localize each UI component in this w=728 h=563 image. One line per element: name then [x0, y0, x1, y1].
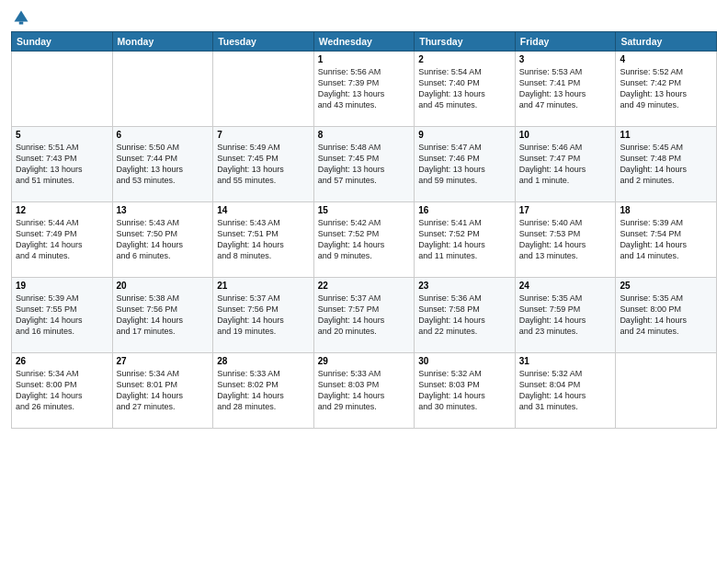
calendar-day-cell: 17Sunrise: 5:40 AM Sunset: 7:53 PM Dayli…: [515, 202, 616, 278]
calendar-day-cell: 10Sunrise: 5:46 AM Sunset: 7:47 PM Dayli…: [515, 127, 616, 202]
day-info: Sunrise: 5:35 AM Sunset: 7:59 PM Dayligh…: [519, 293, 612, 338]
weekday-header-row: SundayMondayTuesdayWednesdayThursdayFrid…: [12, 32, 717, 52]
calendar-day-cell: 8Sunrise: 5:48 AM Sunset: 7:45 PM Daylig…: [313, 127, 415, 202]
day-number: 5: [16, 130, 108, 140]
header: [11, 9, 717, 26]
day-number: 27: [117, 356, 210, 366]
calendar-day-cell: 24Sunrise: 5:35 AM Sunset: 7:59 PM Dayli…: [515, 278, 616, 353]
calendar-day-cell: 6Sunrise: 5:50 AM Sunset: 7:44 PM Daylig…: [112, 127, 213, 202]
day-info: Sunrise: 5:32 AM Sunset: 8:03 PM Dayligh…: [418, 368, 511, 413]
calendar-day-cell: 12Sunrise: 5:44 AM Sunset: 7:49 PM Dayli…: [12, 202, 113, 278]
day-number: 11: [620, 130, 712, 140]
day-number: 13: [117, 205, 210, 215]
day-info: Sunrise: 5:50 AM Sunset: 7:44 PM Dayligh…: [117, 142, 210, 187]
svg-marker-0: [15, 11, 28, 22]
calendar-day-cell: 18Sunrise: 5:39 AM Sunset: 7:54 PM Dayli…: [616, 202, 717, 278]
day-info: Sunrise: 5:37 AM Sunset: 7:57 PM Dayligh…: [318, 293, 411, 338]
svg-rect-1: [19, 22, 24, 25]
calendar-day-cell: 16Sunrise: 5:41 AM Sunset: 7:52 PM Dayli…: [415, 202, 516, 278]
day-number: 26: [16, 356, 108, 366]
calendar-day-cell: 21Sunrise: 5:37 AM Sunset: 7:56 PM Dayli…: [213, 278, 314, 353]
day-info: Sunrise: 5:42 AM Sunset: 7:52 PM Dayligh…: [318, 217, 411, 262]
day-number: 9: [418, 130, 511, 140]
weekday-header-cell: Thursday: [415, 32, 516, 52]
day-info: Sunrise: 5:36 AM Sunset: 7:58 PM Dayligh…: [418, 293, 511, 338]
calendar-day-cell: 26Sunrise: 5:34 AM Sunset: 8:00 PM Dayli…: [12, 353, 113, 429]
day-info: Sunrise: 5:53 AM Sunset: 7:41 PM Dayligh…: [519, 66, 612, 111]
day-number: 3: [519, 54, 612, 64]
day-number: 21: [217, 281, 310, 291]
day-info: Sunrise: 5:48 AM Sunset: 7:45 PM Dayligh…: [318, 142, 411, 187]
calendar-week-row: 5Sunrise: 5:51 AM Sunset: 7:43 PM Daylig…: [12, 127, 717, 202]
calendar-day-cell: 19Sunrise: 5:39 AM Sunset: 7:55 PM Dayli…: [12, 278, 113, 353]
calendar-week-row: 1Sunrise: 5:56 AM Sunset: 7:39 PM Daylig…: [12, 52, 717, 127]
calendar-container: SundayMondayTuesdayWednesdayThursdayFrid…: [0, 0, 728, 563]
day-info: Sunrise: 5:39 AM Sunset: 7:55 PM Dayligh…: [16, 293, 108, 338]
day-info: Sunrise: 5:38 AM Sunset: 7:56 PM Dayligh…: [117, 293, 210, 338]
weekday-header-cell: Wednesday: [313, 32, 415, 52]
day-number: 30: [418, 356, 511, 366]
day-number: 18: [620, 205, 712, 215]
calendar-day-cell: 23Sunrise: 5:36 AM Sunset: 7:58 PM Dayli…: [415, 278, 516, 353]
day-info: Sunrise: 5:33 AM Sunset: 8:02 PM Dayligh…: [217, 368, 310, 413]
calendar-day-cell: [213, 52, 314, 127]
day-info: Sunrise: 5:34 AM Sunset: 8:01 PM Dayligh…: [117, 368, 210, 413]
day-info: Sunrise: 5:45 AM Sunset: 7:48 PM Dayligh…: [620, 142, 712, 187]
calendar-day-cell: 9Sunrise: 5:47 AM Sunset: 7:46 PM Daylig…: [415, 127, 516, 202]
calendar-day-cell: 13Sunrise: 5:43 AM Sunset: 7:50 PM Dayli…: [112, 202, 213, 278]
calendar-day-cell: 2Sunrise: 5:54 AM Sunset: 7:40 PM Daylig…: [415, 52, 516, 127]
day-info: Sunrise: 5:49 AM Sunset: 7:45 PM Dayligh…: [217, 142, 310, 187]
day-info: Sunrise: 5:47 AM Sunset: 7:46 PM Dayligh…: [418, 142, 511, 187]
calendar-day-cell: 27Sunrise: 5:34 AM Sunset: 8:01 PM Dayli…: [112, 353, 213, 429]
calendar-day-cell: [12, 52, 113, 127]
calendar-day-cell: 25Sunrise: 5:35 AM Sunset: 8:00 PM Dayli…: [616, 278, 717, 353]
day-number: 22: [318, 281, 411, 291]
calendar-day-cell: 20Sunrise: 5:38 AM Sunset: 7:56 PM Dayli…: [112, 278, 213, 353]
day-number: 16: [418, 205, 511, 215]
day-info: Sunrise: 5:51 AM Sunset: 7:43 PM Dayligh…: [16, 142, 108, 187]
day-number: 28: [217, 356, 310, 366]
calendar-day-cell: 1Sunrise: 5:56 AM Sunset: 7:39 PM Daylig…: [313, 52, 415, 127]
day-info: Sunrise: 5:52 AM Sunset: 7:42 PM Dayligh…: [620, 66, 712, 111]
calendar-table: SundayMondayTuesdayWednesdayThursdayFrid…: [11, 31, 717, 429]
calendar-day-cell: 7Sunrise: 5:49 AM Sunset: 7:45 PM Daylig…: [213, 127, 314, 202]
day-number: 17: [519, 205, 612, 215]
calendar-day-cell: 15Sunrise: 5:42 AM Sunset: 7:52 PM Dayli…: [313, 202, 415, 278]
weekday-header-cell: Monday: [112, 32, 213, 52]
logo-icon: [13, 9, 29, 26]
day-info: Sunrise: 5:43 AM Sunset: 7:51 PM Dayligh…: [217, 217, 310, 262]
calendar-day-cell: 28Sunrise: 5:33 AM Sunset: 8:02 PM Dayli…: [213, 353, 314, 429]
weekday-header-cell: Sunday: [12, 32, 113, 52]
calendar-day-cell: [112, 52, 213, 127]
calendar-day-cell: 30Sunrise: 5:32 AM Sunset: 8:03 PM Dayli…: [415, 353, 516, 429]
day-number: 14: [217, 205, 310, 215]
day-number: 10: [519, 130, 612, 140]
day-info: Sunrise: 5:39 AM Sunset: 7:54 PM Dayligh…: [620, 217, 712, 262]
calendar-day-cell: 22Sunrise: 5:37 AM Sunset: 7:57 PM Dayli…: [313, 278, 415, 353]
calendar-day-cell: 4Sunrise: 5:52 AM Sunset: 7:42 PM Daylig…: [616, 52, 717, 127]
day-info: Sunrise: 5:33 AM Sunset: 8:03 PM Dayligh…: [318, 368, 411, 413]
day-number: 29: [318, 356, 411, 366]
calendar-day-cell: 29Sunrise: 5:33 AM Sunset: 8:03 PM Dayli…: [313, 353, 415, 429]
day-number: 19: [16, 281, 108, 291]
weekday-header-cell: Tuesday: [213, 32, 314, 52]
day-info: Sunrise: 5:32 AM Sunset: 8:04 PM Dayligh…: [519, 368, 612, 413]
day-info: Sunrise: 5:43 AM Sunset: 7:50 PM Dayligh…: [117, 217, 210, 262]
day-number: 20: [117, 281, 210, 291]
calendar-day-cell: [616, 353, 717, 429]
calendar-day-cell: 14Sunrise: 5:43 AM Sunset: 7:51 PM Dayli…: [213, 202, 314, 278]
calendar-day-cell: 31Sunrise: 5:32 AM Sunset: 8:04 PM Dayli…: [515, 353, 616, 429]
day-number: 12: [16, 205, 108, 215]
day-number: 4: [620, 54, 712, 64]
day-number: 7: [217, 130, 310, 140]
logo: [11, 9, 29, 26]
weekday-header-cell: Saturday: [616, 32, 717, 52]
day-info: Sunrise: 5:54 AM Sunset: 7:40 PM Dayligh…: [418, 66, 511, 111]
day-info: Sunrise: 5:41 AM Sunset: 7:52 PM Dayligh…: [418, 217, 511, 262]
calendar-day-cell: 11Sunrise: 5:45 AM Sunset: 7:48 PM Dayli…: [616, 127, 717, 202]
day-info: Sunrise: 5:37 AM Sunset: 7:56 PM Dayligh…: [217, 293, 310, 338]
calendar-body: 1Sunrise: 5:56 AM Sunset: 7:39 PM Daylig…: [12, 52, 717, 429]
day-number: 31: [519, 356, 612, 366]
day-info: Sunrise: 5:46 AM Sunset: 7:47 PM Dayligh…: [519, 142, 612, 187]
day-number: 8: [318, 130, 411, 140]
